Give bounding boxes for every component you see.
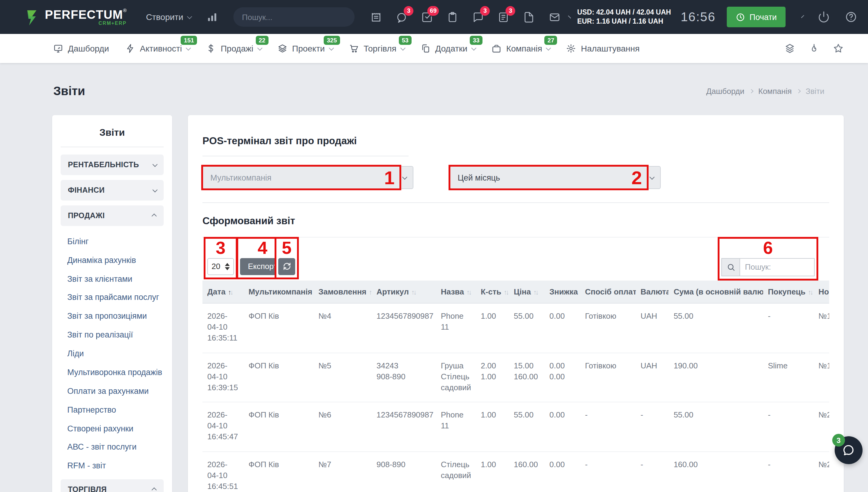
generated-report-title: Сформований звіт [202, 215, 829, 227]
nav-badge: 22 [256, 36, 268, 45]
column-header-buyer[interactable]: Покупець↑↓ [763, 280, 814, 303]
annotation-number: 1 [384, 168, 395, 187]
sidebar-link-rfm-report[interactable]: RFM - звіт [61, 457, 164, 476]
table-row: 2026- 04-10 16:45:47ФОП Ків№612345678909… [202, 402, 829, 451]
sidebar-link-price-report[interactable]: Звіт за прайсами послуг [61, 289, 164, 308]
column-header-sum[interactable]: Сума (в основній валюті)↑↓ [669, 280, 763, 303]
chevron-right-icon[interactable] [568, 16, 571, 19]
sidebar-link-invoice-dynamics[interactable]: Динаміка рахунків [61, 251, 164, 270]
refresh-icon [282, 262, 291, 271]
receipt-icon[interactable] [371, 11, 382, 23]
sidebar-link-proposals-report[interactable]: Звіт за пропозиціями [61, 308, 164, 326]
nav-item-projects[interactable]: Проекти 325 [278, 34, 333, 63]
table-header-row: Дата↑↓ Мультикомпанія↑↓ Замовлення↑↓ Арт… [202, 280, 829, 303]
table-row: 2026- 04-10 16:45:51ФОП Ків№7908-890Стіл… [202, 451, 829, 492]
sort-asc-icon: ↑ [411, 289, 413, 296]
column-header-order[interactable]: Замовлення↑↓ [314, 280, 372, 303]
sort-desc-icon: ↓ [468, 289, 471, 296]
notes-badge: 3 [506, 6, 515, 16]
perfectum-logo[interactable]: PERFECTUM® CRM+ERP [27, 8, 127, 26]
chat-icon[interactable]: 3 [396, 11, 408, 23]
gear-icon [566, 44, 576, 53]
column-header-price[interactable]: Ціна↑↓ [509, 280, 544, 303]
sidebar-link-partnership[interactable]: Партнерство [61, 401, 164, 420]
nav-item-dashboards[interactable]: Дашборди [53, 34, 109, 63]
nav-badge: 151 [181, 36, 197, 45]
notes-icon[interactable]: 3 [498, 11, 509, 23]
sidebar-link-realization-report[interactable]: Звіт по реалізації [61, 326, 164, 345]
chevron-down-icon [186, 45, 191, 51]
search-icon [721, 258, 740, 276]
briefcase-icon [491, 44, 501, 53]
divider [202, 203, 829, 203]
currency-rates: USD: 42.04 UAH / 42.04 UAH EUR: 1.16 UAH… [577, 8, 671, 26]
create-dropdown[interactable]: Створити [146, 12, 191, 22]
sidebar-section-profitability[interactable]: РЕНТАБЕЛЬНІСТЬ [61, 154, 164, 175]
chevron-down-icon [187, 14, 192, 19]
chevron-up-icon [151, 488, 157, 492]
sidebar-link-clients-report[interactable]: Звіт за клієнтами [61, 270, 164, 289]
bar-chart-icon[interactable] [207, 11, 218, 22]
mail-icon[interactable] [549, 11, 561, 23]
clipboard-icon[interactable] [447, 11, 459, 23]
sidebar-link-created-invoices[interactable]: Створені рахунки [61, 420, 164, 438]
annotation-box-6: 6 [718, 237, 818, 280]
sidebar-link-invoice-payments[interactable]: Оплати за рахунками [61, 382, 164, 401]
clock-icon [736, 13, 745, 22]
column-header-qty[interactable]: К-сть↑↓ [476, 280, 509, 303]
report-table: Дата↑↓ Мультикомпанія↑↓ Замовлення↑↓ Арт… [202, 280, 829, 492]
nav-item-addons[interactable]: Додатки 33 [421, 34, 475, 63]
sort-desc-icon: ↓ [810, 289, 812, 296]
nav-item-sales[interactable]: Продажі 22 [206, 34, 261, 63]
global-search-input[interactable] [241, 12, 350, 22]
file-icon[interactable] [524, 11, 535, 23]
column-header-date[interactable]: Дата↑↓ [202, 280, 244, 303]
sidebar-section-finance[interactable]: ФІНАНСИ [61, 180, 164, 201]
tasks-icon[interactable]: 69 [421, 11, 433, 23]
sort-asc-icon: ↑ [466, 289, 468, 296]
column-header-name[interactable]: Назва↑↓ [436, 280, 476, 303]
table-row: 2026- 04-10 16:35:11ФОП Ків№412345678909… [202, 303, 829, 353]
breadcrumb-current: Звіти [805, 87, 824, 96]
chevron-down-icon[interactable] [801, 15, 804, 18]
sidebar-link-billing[interactable]: Білінг [61, 233, 164, 251]
column-header-multicompany[interactable]: Мультикомпанія↑↓ [244, 280, 314, 303]
annotation-number: 5 [282, 239, 292, 257]
chevron-right-icon [749, 89, 753, 94]
chat-widget-button[interactable]: 3 [835, 436, 863, 464]
lightning-icon [125, 44, 135, 53]
table-search-input[interactable] [740, 258, 815, 276]
sidebar-link-leads[interactable]: Ліди [61, 345, 164, 364]
company-filter-select[interactable]: Мультикомпанія 1 [202, 166, 413, 189]
sort-asc-icon: ↑ [369, 289, 371, 296]
refresh-button[interactable] [278, 258, 295, 275]
nav-item-company[interactable]: Компанія 27 [491, 34, 550, 63]
sidebar-section-trade[interactable]: ТОРГІВЛЯ [61, 479, 164, 492]
sidebar-section-sales[interactable]: ПРОДАЖІ [61, 205, 164, 226]
breadcrumb-company[interactable]: Компанія [758, 87, 792, 96]
sidebar-link-multifunnel[interactable]: Мультиворонка продажів [61, 364, 164, 382]
column-header-sku[interactable]: Артикул↑↓ [371, 280, 436, 303]
comments-icon[interactable]: 3 [473, 11, 484, 23]
column-header-currency: Валюта [635, 280, 669, 303]
nav-item-settings[interactable]: Налаштування [566, 34, 640, 63]
stack-icon[interactable] [785, 43, 795, 54]
annotation-number: 2 [632, 168, 642, 187]
period-filter-select[interactable]: Цей місяць 2 [450, 166, 661, 189]
start-button[interactable]: Почати [726, 7, 786, 27]
sort-desc-icon: ↓ [371, 289, 371, 296]
page-size-select[interactable]: 20 [207, 258, 234, 275]
fire-icon[interactable] [809, 43, 820, 54]
nav-item-trade[interactable]: Торгівля 53 [349, 34, 404, 63]
copy-icon [421, 44, 430, 53]
star-icon[interactable] [833, 43, 844, 54]
sort-desc-icon: ↓ [230, 289, 232, 296]
power-icon[interactable] [818, 11, 830, 23]
sort-desc-icon: ↓ [413, 289, 415, 296]
nav-item-activities[interactable]: Активності 151 [125, 34, 190, 63]
breadcrumb-dashboards[interactable]: Дашборди [706, 87, 744, 96]
nav-badge: 53 [399, 36, 412, 45]
sidebar-link-abc-report[interactable]: АВС - звіт послуги [61, 438, 164, 457]
help-icon[interactable] [845, 11, 858, 23]
sidebar-title: Звіти [61, 122, 164, 147]
